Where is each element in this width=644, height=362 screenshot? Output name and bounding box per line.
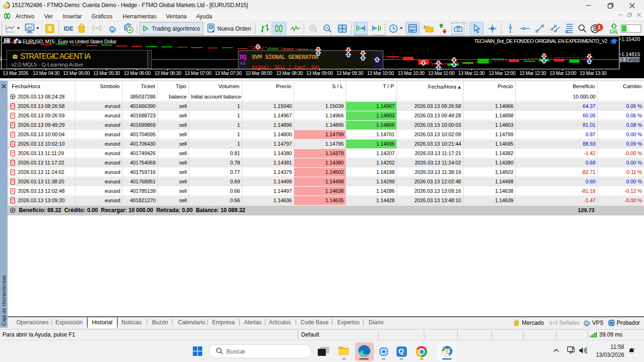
svg-text:LVL: LVL xyxy=(610,29,618,34)
svg-text:$: $ xyxy=(48,25,52,32)
svg-text:1: 1 xyxy=(598,25,601,30)
svg-text:z: z xyxy=(633,347,635,351)
svg-text:5: 5 xyxy=(5,3,8,8)
